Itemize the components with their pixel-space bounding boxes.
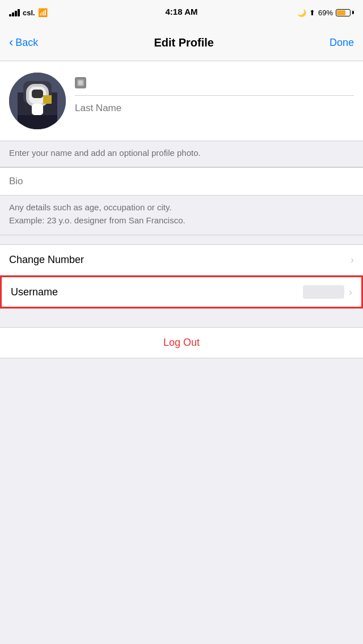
back-chevron-icon: ‹ — [9, 35, 13, 50]
username-value — [303, 285, 344, 299]
avatar[interactable] — [9, 73, 66, 129]
profile-description-section: Enter your name and add an optional prof… — [0, 141, 363, 167]
carrier-label: csl. — [23, 9, 35, 17]
battery-percent: 69% — [318, 9, 333, 17]
done-button[interactable]: Done — [330, 37, 354, 49]
first-name-input[interactable] — [91, 77, 354, 88]
bottom-space — [0, 358, 363, 392]
signal-icon — [9, 9, 20, 16]
last-name-row — [75, 103, 354, 114]
username-row[interactable]: Username › — [0, 276, 363, 308]
status-bar: csl. 📶 4:18 AM 🌙 ⬆ 69% — [0, 0, 363, 25]
wifi-icon: 📶 — [38, 8, 48, 17]
username-chevron-icon: › — [349, 286, 352, 298]
logout-section: Log Out — [0, 327, 363, 358]
bio-input[interactable] — [9, 176, 354, 187]
status-left: csl. 📶 — [9, 8, 48, 17]
avatar-image — [9, 73, 66, 129]
name-fields — [75, 73, 354, 114]
logout-button[interactable]: Log Out — [0, 328, 363, 358]
profile-description-text: Enter your name and add an optional prof… — [9, 147, 354, 159]
change-number-chevron-icon: › — [351, 254, 354, 266]
bio-description-text: Any details such as age, occupation or c… — [9, 201, 354, 227]
status-time: 4:18 AM — [166, 7, 198, 16]
bio-description-section: Any details such as age, occupation or c… — [0, 196, 363, 235]
first-name-mini-avatar — [75, 77, 86, 88]
location-icon: ⬆ — [309, 9, 315, 17]
page-title: Edit Profile — [154, 36, 214, 49]
svg-rect-5 — [32, 90, 43, 98]
battery-fill — [337, 10, 345, 15]
content: Enter your name and add an optional prof… — [0, 61, 363, 392]
svg-rect-7 — [43, 95, 52, 104]
navigation-bar: ‹ Back Edit Profile Done — [0, 25, 363, 61]
bio-section — [0, 167, 363, 196]
first-name-row — [75, 77, 354, 96]
change-number-row[interactable]: Change Number › — [0, 245, 363, 276]
battery-body — [336, 9, 351, 16]
last-name-input[interactable] — [75, 103, 195, 114]
back-button[interactable]: ‹ Back — [9, 36, 38, 50]
change-number-label: Change Number — [9, 254, 346, 266]
status-right: 🌙 ⬆ 69% — [297, 9, 354, 17]
moon-icon: 🌙 — [297, 9, 306, 17]
username-label: Username — [11, 286, 303, 298]
svg-rect-6 — [32, 104, 43, 115]
battery-indicator — [336, 9, 354, 16]
svg-rect-11 — [78, 80, 83, 85]
svg-rect-8 — [18, 115, 57, 129]
back-label: Back — [15, 37, 38, 49]
profile-section — [0, 61, 363, 141]
battery-tip — [352, 11, 354, 14]
list-section: Change Number › Username › — [0, 244, 363, 309]
